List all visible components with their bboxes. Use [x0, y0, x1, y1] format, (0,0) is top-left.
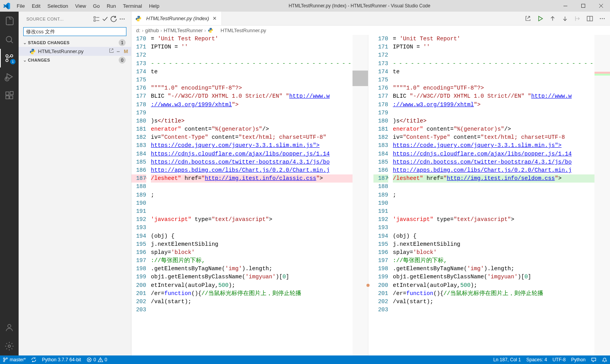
menu-help[interactable]: Help: [146, 2, 162, 10]
status-problems[interactable]: 0 0: [84, 355, 110, 364]
window-title: HTMLTestRunner.py (Index) - HTMLTestRunn…: [162, 3, 556, 9]
run-icon[interactable]: [536, 14, 545, 23]
minimap-left[interactable]: [353, 35, 368, 355]
menu-run[interactable]: Run: [104, 2, 119, 10]
sidebar: SOURCE CONT... ⌄ STAGED CHANGES 1 HTMLTe…: [19, 12, 131, 355]
activity-accounts[interactable]: [0, 318, 19, 337]
code-right[interactable]: = 'Unit Test Report'IPTION = ''- - - - -…: [393, 35, 594, 355]
file-actions: − M: [109, 48, 128, 55]
more-icon[interactable]: [598, 14, 607, 23]
menu-edit[interactable]: Edit: [29, 2, 43, 10]
commit-message-input[interactable]: [23, 27, 126, 36]
diff-pane-right[interactable]: 1701711721731741751761771781791801811821…: [373, 35, 610, 355]
crumb-file[interactable]: HTMLTestRunner.py: [207, 27, 266, 33]
next-change-icon[interactable]: [560, 14, 570, 23]
svg-point-25: [139, 20, 139, 21]
svg-rect-10: [6, 96, 9, 99]
staged-file[interactable]: HTMLTestRunner.py − M: [19, 47, 131, 56]
staged-header[interactable]: ⌄ STAGED CHANGES 1: [19, 38, 131, 47]
activity-scm[interactable]: 1: [0, 49, 19, 67]
tab-active[interactable]: HTMLTestRunner.py (Index) ✕: [131, 12, 222, 25]
prev-change-icon[interactable]: [548, 14, 557, 23]
open-file-icon[interactable]: [109, 48, 114, 55]
svg-point-22: [31, 49, 32, 50]
status-encoding[interactable]: UTF-8: [550, 355, 569, 364]
svg-point-13: [8, 324, 11, 328]
view-tree-icon[interactable]: [92, 15, 101, 23]
crumb-folder[interactable]: HTMLTestRunner: [164, 28, 203, 33]
sidebar-title: SOURCE CONT...: [26, 17, 92, 21]
svg-point-4: [10, 55, 13, 57]
crumb-d[interactable]: d:: [136, 28, 140, 33]
activity-explorer[interactable]: [0, 12, 19, 30]
diff-pane-left[interactable]: 1701711721731741751761771781791801811821…: [131, 35, 368, 355]
scm-badge: 1: [10, 59, 16, 64]
status-sync[interactable]: [28, 355, 39, 364]
close-button[interactable]: [592, 0, 610, 12]
status-bar: master* Python 3.7.7 64-bit 0 0 Ln 187, …: [0, 355, 610, 364]
changes-section: ⌄ CHANGES 0: [19, 56, 131, 64]
chevron-down-icon: ⌄: [22, 57, 28, 63]
menu-view[interactable]: View: [72, 2, 89, 10]
svg-point-2: [6, 36, 12, 42]
changes-count: 0: [119, 57, 126, 64]
chevron-right-icon: ›: [142, 28, 143, 33]
status-python[interactable]: Python 3.7.7 64-bit: [39, 355, 84, 364]
status-branch[interactable]: master*: [0, 355, 28, 364]
close-icon[interactable]: ✕: [211, 16, 218, 22]
menu-selection[interactable]: Selection: [44, 2, 71, 10]
staged-title: STAGED CHANGES: [28, 40, 119, 45]
menu-terminal[interactable]: Terminal: [120, 2, 145, 10]
svg-point-23: [33, 53, 33, 53]
svg-point-14: [8, 345, 10, 347]
menu-file[interactable]: File: [14, 2, 28, 10]
minimize-button[interactable]: [556, 0, 574, 12]
code-left[interactable]: = 'Unit Test Report'IPTION = ''- - - - -…: [151, 35, 353, 355]
activity-settings[interactable]: [0, 337, 19, 355]
title-bar: File Edit Selection View Go Run Terminal…: [0, 0, 610, 12]
chevron-down-icon: ⌄: [22, 40, 28, 45]
svg-point-34: [3, 358, 5, 359]
svg-line-3: [11, 41, 13, 43]
activity-extensions[interactable]: [0, 86, 19, 105]
more-icon[interactable]: [118, 15, 126, 23]
commit-icon[interactable]: [101, 15, 109, 23]
diff-editor[interactable]: 1701711721731741751761771781791801811821…: [131, 35, 610, 355]
svg-point-19: [120, 19, 121, 19]
activity-debug[interactable]: [0, 67, 19, 86]
breadcrumb[interactable]: d: › github › HTMLTestRunner › HTMLTestR…: [131, 26, 610, 35]
svg-rect-11: [10, 96, 13, 99]
refresh-icon[interactable]: [109, 15, 118, 23]
svg-rect-15: [94, 17, 95, 18]
svg-rect-0: [563, 6, 567, 6]
minimap-right[interactable]: [594, 35, 610, 355]
status-spaces[interactable]: Spaces: 4: [524, 355, 550, 364]
svg-marker-26: [539, 16, 543, 21]
chevron-right-icon: ›: [161, 28, 162, 33]
whitespace-icon[interactable]: [573, 14, 582, 23]
svg-rect-12: [10, 91, 13, 95]
changes-header[interactable]: ⌄ CHANGES 0: [19, 56, 131, 64]
activity-search[interactable]: [0, 30, 19, 49]
split-icon[interactable]: [585, 14, 594, 23]
window-controls: [556, 0, 610, 12]
sidebar-header: SOURCE CONT...: [19, 12, 131, 25]
status-feedback[interactable]: [588, 355, 599, 364]
menu-go[interactable]: Go: [90, 2, 103, 10]
status-bell[interactable]: [599, 355, 610, 364]
vscode-logo-icon: [0, 3, 14, 9]
maximize-button[interactable]: [574, 0, 592, 12]
editor-actions: [523, 12, 610, 25]
svg-point-35: [3, 361, 5, 362]
open-changes-icon[interactable]: [523, 14, 532, 23]
staged-file-name: HTMLTestRunner.py: [38, 48, 109, 54]
svg-point-5: [6, 59, 8, 62]
python-icon: [29, 48, 36, 55]
crumb-github[interactable]: github: [145, 28, 159, 33]
status-lncol[interactable]: Ln 187, Col 1: [491, 355, 524, 364]
status-lang[interactable]: Python: [569, 355, 588, 364]
line-numbers-right: 1701711721731741751761771781791801811821…: [373, 35, 393, 355]
unstage-icon[interactable]: −: [116, 48, 120, 55]
svg-point-41: [100, 361, 100, 361]
line-numbers-left: 1701711721731741751761771781791801811821…: [131, 35, 151, 355]
